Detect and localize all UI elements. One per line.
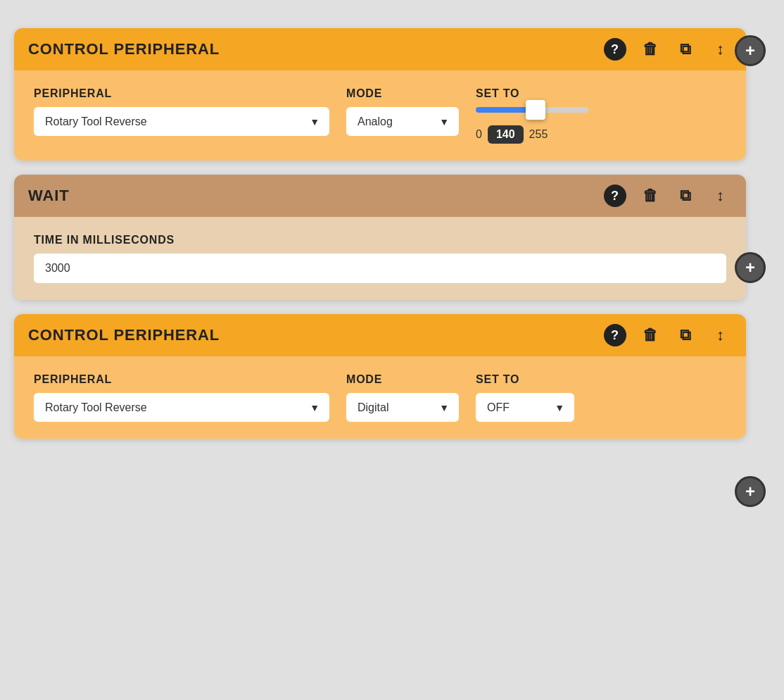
form-row-3: PERIPHERAL Rotary Tool Reverse Rotary To… — [34, 373, 726, 422]
wait-header-icons: ? 🗑 ⧉ ↕ — [604, 185, 732, 207]
form-row-1: PERIPHERAL Rotary Tool Reverse Rotary To… — [34, 87, 726, 144]
card-header-3: CONTROL PERIPHERAL ? 🗑 ⧉ ↕ — [14, 314, 746, 356]
main-container: + CONTROL PERIPHERAL ? 🗑 ⧉ ↕ — [14, 28, 746, 439]
copy-button-3[interactable]: ⧉ — [674, 324, 697, 346]
mode-label-3: MODE — [346, 373, 459, 386]
time-input[interactable] — [34, 254, 726, 283]
plus-button-mid1[interactable]: + — [735, 252, 766, 283]
help-button-1[interactable]: ? — [604, 38, 626, 61]
delete-button-1[interactable]: 🗑 — [639, 38, 662, 61]
wait-header: WAIT ? 🗑 ⧉ ↕ — [14, 175, 746, 217]
slider-max-1: 255 — [529, 128, 548, 141]
trash-icon-3: 🗑 — [643, 326, 659, 344]
mode-select-wrapper-3[interactable]: Digital Analog ▼ — [346, 393, 459, 422]
setto-dropdown-3[interactable]: OFF ON — [476, 393, 574, 422]
peripheral-dropdown-3[interactable]: Rotary Tool Reverse Rotary Tool Forward … — [34, 393, 329, 422]
setto-label-3: SET TO — [476, 373, 574, 386]
setto-select-wrapper-3[interactable]: OFF ON ▼ — [476, 393, 574, 422]
help-button-2[interactable]: ? — [604, 185, 626, 207]
peripheral-label-1: PERIPHERAL — [34, 87, 329, 100]
peripheral-label-3: PERIPHERAL — [34, 373, 329, 386]
move-button-3[interactable]: ↕ — [709, 324, 732, 346]
card-body-1: PERIPHERAL Rotary Tool Reverse Rotary To… — [14, 70, 746, 161]
time-group: TIME IN MILLISECONDS — [34, 234, 726, 283]
updown-icon-3: ↕ — [716, 326, 725, 344]
trash-icon-2: 🗑 — [643, 187, 659, 205]
plus-icon-top: + — [745, 41, 755, 61]
trash-icon-1: 🗑 — [643, 40, 659, 58]
copy-button-1[interactable]: ⧉ — [674, 38, 697, 61]
slider-track-1[interactable] — [476, 107, 588, 113]
setto-label-1: SET TO — [476, 87, 588, 100]
wait-body: TIME IN MILLISECONDS — [14, 217, 746, 300]
plus-button-mid2[interactable]: + — [735, 476, 766, 507]
mode-label-1: MODE — [346, 87, 459, 100]
mode-dropdown-1[interactable]: Analog Digital — [346, 107, 459, 136]
slider-min-1: 0 — [476, 128, 482, 141]
move-button-1[interactable]: ↕ — [709, 38, 732, 61]
header-icons-1: ? 🗑 ⧉ ↕ — [604, 38, 732, 61]
updown-icon-1: ↕ — [716, 40, 725, 58]
card-title-3: CONTROL PERIPHERAL — [28, 326, 604, 344]
mode-select-wrapper-1[interactable]: Analog Digital ▼ — [346, 107, 459, 136]
copy-icon-2: ⧉ — [680, 187, 692, 205]
copy-button-2[interactable]: ⧉ — [674, 185, 697, 207]
time-label: TIME IN MILLISECONDS — [34, 234, 726, 246]
card-header-1: CONTROL PERIPHERAL ? 🗑 ⧉ ↕ — [14, 28, 746, 70]
copy-icon-3: ⧉ — [680, 326, 692, 344]
move-button-2[interactable]: ↕ — [709, 185, 732, 207]
setto-group-1: SET TO 0 140 255 — [476, 87, 588, 144]
peripheral-dropdown-1[interactable]: Rotary Tool Reverse Rotary Tool Forward … — [34, 107, 329, 136]
copy-icon-1: ⧉ — [680, 40, 692, 58]
peripheral-select-wrapper-1[interactable]: Rotary Tool Reverse Rotary Tool Forward … — [34, 107, 329, 136]
slider-values-1: 0 140 255 — [476, 125, 588, 144]
setto-group-3: SET TO OFF ON ▼ — [476, 373, 574, 422]
delete-button-3[interactable]: 🗑 — [639, 324, 662, 346]
slider-current-1[interactable]: 140 — [488, 125, 524, 144]
question-icon-1: ? — [611, 42, 619, 57]
question-icon-3: ? — [611, 328, 619, 343]
updown-icon-2: ↕ — [716, 187, 725, 205]
plus-icon-mid1: + — [745, 258, 755, 277]
peripheral-select-wrapper-3[interactable]: Rotary Tool Reverse Rotary Tool Forward … — [34, 393, 329, 422]
plus-button-top[interactable]: + — [735, 35, 766, 66]
delete-button-2[interactable]: 🗑 — [639, 185, 662, 207]
mode-dropdown-3[interactable]: Digital Analog — [346, 393, 459, 422]
wait-title: WAIT — [28, 187, 604, 205]
mode-group-3: MODE Digital Analog ▼ — [346, 373, 459, 422]
help-button-3[interactable]: ? — [604, 324, 626, 346]
peripheral-group-3: PERIPHERAL Rotary Tool Reverse Rotary To… — [34, 373, 329, 422]
control-peripheral-card-2: CONTROL PERIPHERAL ? 🗑 ⧉ ↕ P — [14, 314, 746, 439]
card-body-3: PERIPHERAL Rotary Tool Reverse Rotary To… — [14, 356, 746, 439]
control-peripheral-card-1: CONTROL PERIPHERAL ? 🗑 ⧉ ↕ P — [14, 28, 746, 161]
mode-group-1: MODE Analog Digital ▼ — [346, 87, 459, 136]
peripheral-group-1: PERIPHERAL Rotary Tool Reverse Rotary To… — [34, 87, 329, 136]
slider-thumb-1[interactable] — [526, 100, 545, 120]
wait-card: WAIT ? 🗑 ⧉ ↕ TIME IN MILLISECONDS — [14, 175, 746, 300]
card-title-1: CONTROL PERIPHERAL — [28, 40, 604, 58]
question-icon-2: ? — [611, 189, 619, 204]
plus-icon-mid2: + — [745, 482, 755, 501]
header-icons-3: ? 🗑 ⧉ ↕ — [604, 324, 732, 346]
